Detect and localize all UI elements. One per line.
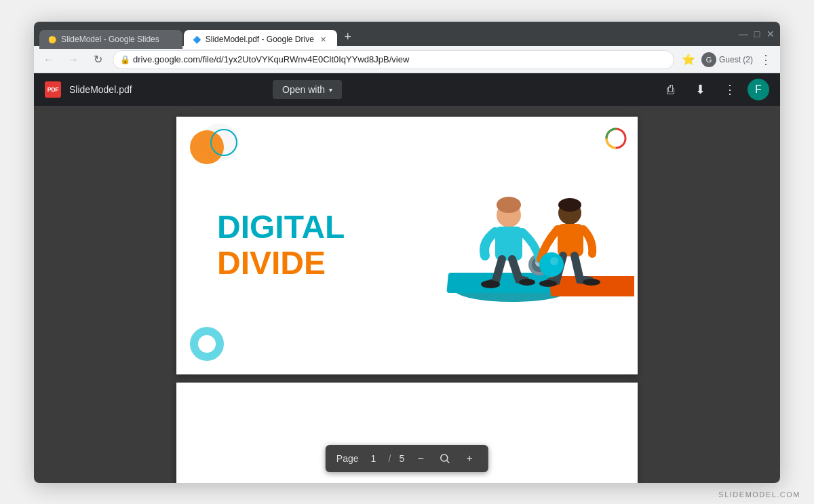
page-label: Page	[336, 453, 359, 464]
url-text: drive.google.com/file/d/1yx2UtoVYKquRWnv…	[133, 54, 409, 64]
page-separator: /	[389, 453, 391, 464]
new-tab-button[interactable]: +	[338, 27, 357, 46]
chrome-menu-button[interactable]: ⋮	[757, 51, 775, 69]
user-avatar[interactable]: F	[748, 79, 769, 100]
svg-point-19	[539, 252, 564, 277]
slide-title-divide: DIVIDE	[217, 246, 414, 282]
slide-title-digital: DIGITAL	[217, 210, 414, 246]
guest-label: Guest (2)	[719, 55, 753, 64]
svg-point-20	[550, 257, 558, 265]
address-input[interactable]: 🔒 drive.google.com/file/d/1yx2UtoVYKquRW…	[113, 50, 674, 69]
drive-toolbar-center: Open with ▾	[140, 80, 475, 99]
drive-favicon: 🔷	[192, 35, 201, 44]
profile-icon: G	[701, 52, 716, 67]
svg-point-12	[481, 280, 500, 288]
tab-slides-close[interactable]: ✕	[163, 34, 174, 45]
svg-point-13	[519, 279, 535, 286]
illustration-svg	[444, 164, 634, 327]
svg-point-18	[583, 279, 600, 286]
address-bar-right: ⭐ G Guest (2) ⋮	[680, 51, 775, 69]
pdf-scroll-area[interactable]: DIGITAL DIVIDE	[34, 106, 780, 483]
profile-section[interactable]: G Guest (2)	[701, 52, 753, 67]
deco-teal-donut	[190, 327, 224, 361]
slide-left-content: DIGITAL DIVIDE	[176, 182, 441, 309]
forward-button[interactable]: →	[64, 50, 83, 69]
tab-drive-close[interactable]: ✕	[318, 34, 329, 45]
maximize-button[interactable]: □	[753, 30, 761, 38]
drive-filename: SlideModel.pdf	[69, 84, 132, 95]
svg-line-22	[447, 461, 449, 463]
page-number-input[interactable]	[367, 453, 381, 464]
drive-toolbar: PDF SlideModel.pdf Open with ▾ ⎙ ⬇ ⋮ F	[34, 73, 780, 106]
deco-circle-outline	[210, 129, 237, 156]
download-button[interactable]: ⬇	[688, 77, 712, 102]
dropdown-arrow-icon: ▾	[329, 86, 332, 94]
page-total: 5	[399, 453, 404, 464]
page-nav-bar: Page / 5 − +	[326, 445, 488, 472]
svg-point-17	[539, 280, 557, 287]
open-with-label: Open with	[282, 84, 325, 95]
bookmark-button[interactable]: ⭐	[680, 51, 697, 69]
print-button[interactable]: ⎙	[658, 77, 682, 102]
lock-icon: 🔒	[120, 55, 130, 64]
address-bar-row: ← → ↻ 🔒 drive.google.com/file/d/1yx2UtoV…	[34, 46, 780, 73]
minimize-button[interactable]: —	[739, 30, 748, 38]
drive-toolbar-right: ⎙ ⬇ ⋮ F	[658, 77, 769, 102]
more-options-button[interactable]: ⋮	[718, 77, 742, 102]
pdf-viewer: DIGITAL DIVIDE	[34, 106, 780, 483]
svg-point-15	[558, 198, 581, 212]
back-button[interactable]: ←	[39, 50, 58, 69]
tab-slides[interactable]: 🟡 SlideModel - Google Slides ✕	[39, 30, 182, 49]
pdf-page-1: DIGITAL DIVIDE	[176, 117, 638, 374]
zoom-out-button[interactable]: −	[412, 450, 429, 467]
zoom-in-button[interactable]: +	[461, 450, 478, 467]
zoom-search-button[interactable]	[437, 450, 453, 467]
browser-window: 🟡 SlideModel - Google Slides ✕ 🔷 SlideMo…	[34, 22, 780, 483]
slides-favicon: 🟡	[47, 35, 57, 44]
tab-drive[interactable]: 🔷 SlideModel.pdf - Google Drive ✕	[184, 30, 337, 49]
svg-point-10	[497, 197, 521, 213]
reload-button[interactable]: ↻	[88, 50, 107, 69]
pdf-favicon: PDF	[45, 81, 61, 98]
slide-right-content	[441, 117, 638, 374]
tab-drive-label: SlideModel.pdf - Google Drive	[206, 35, 314, 44]
tab-slides-label: SlideModel - Google Slides	[61, 35, 159, 44]
open-with-button[interactable]: Open with ▾	[273, 80, 342, 99]
watermark: SLIDEMODEL.COM	[718, 490, 800, 499]
tabs-row: 🟡 SlideModel - Google Slides ✕ 🔷 SlideMo…	[39, 22, 734, 46]
close-button[interactable]: ✕	[767, 30, 775, 38]
title-bar: 🟡 SlideModel - Google Slides ✕ 🔷 SlideMo…	[34, 22, 780, 46]
window-controls: — □ ✕	[739, 30, 775, 38]
